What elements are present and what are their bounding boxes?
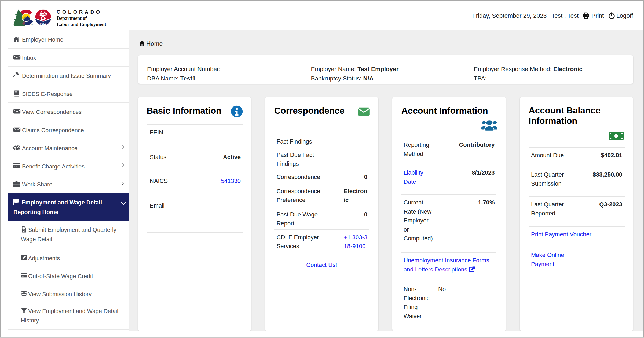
svg-text:CDLE: CDLE [40,23,46,25]
svg-text:TM: TM [31,24,33,25]
